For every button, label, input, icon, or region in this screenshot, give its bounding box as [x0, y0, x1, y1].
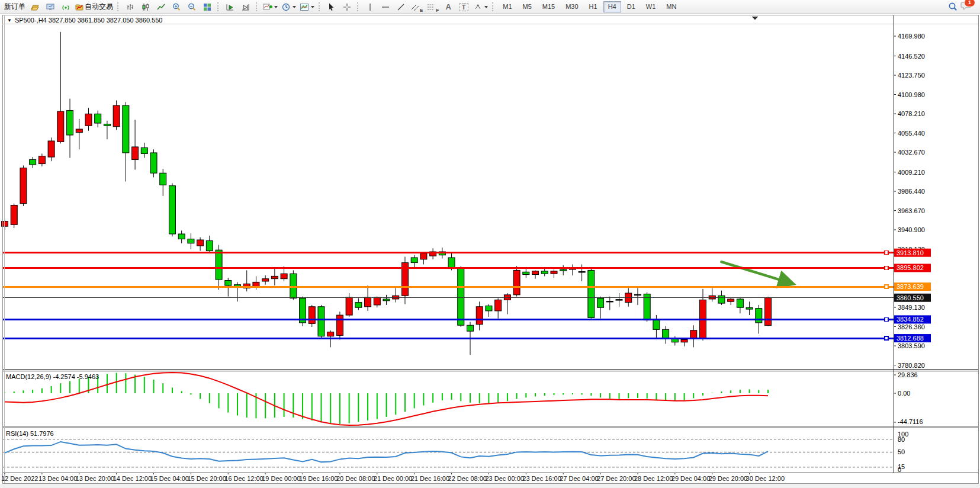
text-button[interactable]: A	[441, 1, 456, 14]
candle	[141, 147, 147, 153]
crosshair-button[interactable]	[339, 1, 355, 14]
price-axis: 4169.9804146.5204123.7504100.9804078.210…	[894, 15, 931, 473]
price-tick-label: 4055.440	[898, 130, 925, 137]
indicators-button[interactable]	[261, 1, 279, 14]
candle	[104, 124, 110, 126]
periods-button[interactable]	[279, 1, 298, 14]
hline-handle[interactable]	[885, 266, 888, 269]
candle	[420, 253, 427, 259]
candle	[178, 234, 185, 239]
timeframe-D1[interactable]: D1	[622, 1, 640, 12]
candlestick-button[interactable]	[138, 1, 153, 14]
auto-scroll-button[interactable]	[223, 1, 238, 14]
fibonacci-button[interactable]: F	[425, 1, 441, 14]
candle	[737, 299, 743, 307]
horizontal-line-button[interactable]	[378, 1, 393, 14]
candle	[150, 153, 157, 173]
candle	[448, 258, 455, 269]
timeframe-H1[interactable]: H1	[584, 1, 602, 12]
timeframe-M1[interactable]: M1	[498, 1, 516, 12]
candle	[513, 270, 520, 294]
timeframe-W1[interactable]: W1	[641, 1, 661, 12]
zoom-in-button[interactable]	[169, 1, 184, 14]
candle	[756, 309, 762, 323]
new-order-button[interactable]: 新订单	[2, 1, 27, 14]
candle	[374, 297, 380, 305]
trendline-button[interactable]	[393, 1, 409, 14]
signals-button[interactable]	[58, 1, 73, 14]
hline-handle[interactable]	[885, 251, 888, 255]
fibonacci-icon	[426, 2, 436, 12]
chart-canvas: 4169.9804146.5204123.7504100.9804078.210…	[0, 0, 980, 488]
candle	[728, 299, 734, 301]
timeframe-M5[interactable]: M5	[518, 1, 536, 12]
new-order-label: 新订单	[4, 2, 25, 12]
time-tick-label: 29 Dec 20:00	[709, 475, 747, 482]
price-tick-label: 3849.130	[898, 304, 925, 311]
time-tick-label: 16 Dec 12:00	[224, 475, 263, 482]
candle	[458, 268, 464, 325]
chevron-down-icon	[293, 6, 296, 8]
candle	[271, 276, 278, 278]
frame-group	[0, 15, 980, 488]
candle	[606, 301, 613, 302]
chart-title[interactable]: ▼SP500-,H4 3827.850 3861.850 3827.050 38…	[7, 17, 162, 24]
tile-windows-button[interactable]	[200, 1, 215, 14]
channel-button[interactable]: E	[409, 1, 425, 14]
zoom-out-icon	[187, 2, 197, 12]
candle	[671, 339, 678, 342]
candle	[616, 300, 622, 300]
candle	[551, 271, 557, 274]
market-watch-icon[interactable]	[27, 1, 43, 14]
chart-dropdown-icon[interactable]: ▼	[7, 18, 12, 23]
data-window-button[interactable]	[43, 1, 58, 14]
zoom-out-button[interactable]	[184, 1, 200, 14]
text-label-button[interactable]: T	[456, 1, 471, 14]
auto-trading-button[interactable]: 自动交易	[73, 1, 115, 14]
candle	[718, 296, 725, 303]
time-tick-label: 14 Dec 12:00	[113, 475, 152, 482]
search-button[interactable]	[945, 1, 960, 14]
candle	[132, 147, 139, 159]
price-line-badge-label: 3812.688	[897, 335, 924, 342]
arrows-button[interactable]	[471, 1, 490, 14]
candle	[653, 320, 660, 330]
chart-shift-marker[interactable]	[751, 17, 759, 21]
channel-glyph: E	[420, 8, 423, 13]
trend-arrow-annotation[interactable]	[721, 262, 791, 283]
timeframe-H4[interactable]: H4	[603, 1, 621, 12]
notifications-button[interactable]: 1	[960, 1, 972, 13]
auto-trading-label: 自动交易	[85, 2, 113, 12]
time-tick-label: 12 Dec 2022	[1, 475, 38, 482]
timeframe-M30[interactable]: M30	[561, 1, 583, 12]
candle	[346, 297, 352, 315]
candle	[411, 258, 417, 263]
price-tick-label: 3826.360	[898, 323, 925, 330]
time-tick-label: 23 Dec 16:00	[522, 475, 561, 482]
price-tick-label: 4169.980	[898, 33, 925, 40]
hline-handle[interactable]	[885, 317, 888, 321]
channel-icon	[410, 2, 420, 12]
vertical-line-button[interactable]	[362, 1, 378, 14]
timeframe-MN[interactable]: MN	[661, 1, 681, 12]
timeframe-M15[interactable]: M15	[538, 1, 560, 12]
line-chart-icon	[156, 2, 166, 12]
bar-chart-button[interactable]	[123, 1, 138, 14]
cursor-icon	[327, 2, 336, 12]
hline-handle[interactable]	[885, 285, 888, 288]
templates-button[interactable]	[298, 1, 316, 14]
toolbar-grip	[492, 2, 495, 11]
rsi-axis-label: 0	[898, 466, 901, 473]
hline-handle[interactable]	[885, 336, 888, 340]
candle	[11, 205, 17, 224]
line-chart-button[interactable]	[153, 1, 169, 14]
cursor-button[interactable]	[324, 1, 339, 14]
macd-axis-label: 29.836	[898, 371, 918, 378]
crosshair-icon	[342, 2, 352, 12]
time-tick-label: 13 Dec 04:00	[38, 475, 77, 482]
chart-shift-button[interactable]	[238, 1, 253, 14]
vertical-line-icon	[365, 2, 375, 12]
price-chart-svg: 4169.9804146.5204123.7504100.9804078.210…	[0, 0, 980, 488]
tile-windows-icon	[203, 2, 212, 12]
price-line-badge-label: 3834.852	[897, 316, 924, 323]
